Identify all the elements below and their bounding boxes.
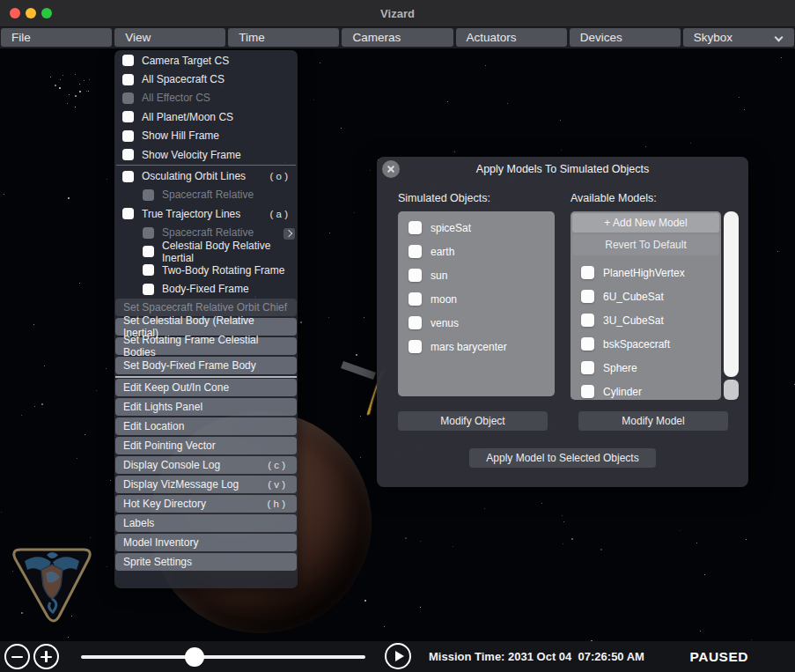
modify-object-button[interactable]: Modify Object bbox=[398, 411, 548, 431]
menu-skybox[interactable]: Skybox bbox=[683, 28, 794, 47]
list-item-sun[interactable]: sun bbox=[398, 263, 555, 287]
checkbox-icon[interactable] bbox=[409, 269, 422, 282]
menu-devices[interactable]: Devices bbox=[570, 28, 681, 47]
checkbox-icon[interactable] bbox=[409, 316, 422, 329]
menu-item-label: Set Rotating Frame Celestial Bodies bbox=[123, 334, 289, 358]
list-item-bskspacecraft[interactable]: bskSpacecraft bbox=[570, 332, 721, 356]
menu-item-display-vizmessage-log[interactable]: Display VizMessage Log( v ) bbox=[115, 476, 297, 493]
play-icon bbox=[395, 651, 404, 661]
dialog-title: Apply Models To Simulated Objects bbox=[377, 163, 748, 175]
menu-item-set-celestial-body-relative-inertial[interactable]: Set Celestial Body (Relative Inertial) bbox=[115, 318, 297, 336]
checkbox-icon bbox=[122, 208, 134, 219]
available-models-list: + Add New Model Revert To Default Planet… bbox=[570, 211, 721, 400]
menu-item-label: Camera Target CS bbox=[142, 55, 229, 67]
menu-item-two-body-rotating-frame[interactable]: Two-Body Rotating Frame bbox=[114, 261, 298, 279]
menu-item-sprite-settings[interactable]: Sprite Settings bbox=[115, 553, 297, 571]
apply-model-button[interactable]: Apply Model to Selected Objects bbox=[469, 448, 656, 468]
time-rate-slider[interactable] bbox=[81, 641, 365, 672]
menu-item-label: Edit Location bbox=[123, 420, 184, 432]
menu-time[interactable]: Time bbox=[228, 28, 339, 47]
menu-item-camera-target-cs[interactable]: Camera Target CS bbox=[114, 51, 298, 70]
menu-item-label: Show Hill Frame bbox=[142, 129, 219, 142]
checkbox-icon bbox=[143, 264, 154, 276]
menu-item-celestial-body-relative-inertial[interactable]: Celestial Body Relative Inertial bbox=[114, 242, 298, 261]
revert-to-default-button[interactable]: Revert To Default bbox=[572, 234, 719, 255]
add-new-model-button[interactable]: + Add New Model bbox=[572, 213, 719, 233]
menu-item-hot-key-directory[interactable]: Hot Key Directory( h ) bbox=[115, 495, 297, 513]
checkbox-icon bbox=[122, 74, 134, 85]
checkbox-icon[interactable] bbox=[409, 245, 422, 258]
zoom-in-button[interactable] bbox=[33, 644, 59, 669]
menu-item-model-inventory[interactable]: Model Inventory bbox=[115, 534, 297, 551]
checkbox-icon bbox=[122, 149, 134, 160]
shortcut-hint: ( a ) bbox=[270, 209, 298, 219]
slider-track[interactable] bbox=[81, 655, 365, 659]
checkbox-icon[interactable] bbox=[581, 266, 594, 279]
modify-model-button[interactable]: Modify Model bbox=[578, 411, 728, 431]
list-item-label: spiceSat bbox=[431, 222, 471, 234]
checkbox-icon[interactable] bbox=[581, 385, 594, 398]
menu-item-edit-location[interactable]: Edit Location bbox=[115, 417, 297, 435]
menu-item-osculating-orbit-lines[interactable]: Osculating Orbit Lines( o ) bbox=[114, 166, 298, 185]
menu-item-label: All Planet/Moon CS bbox=[142, 111, 233, 123]
menu-item-edit-pointing-vector[interactable]: Edit Pointing Vector bbox=[115, 437, 297, 454]
list-item-6u-cubesat[interactable]: 6U_CubeSat bbox=[570, 284, 721, 308]
menu-item-label: Edit Pointing Vector bbox=[123, 439, 216, 452]
list-item-label: earth bbox=[431, 246, 454, 258]
checkbox-icon[interactable] bbox=[581, 337, 594, 351]
menu-item-display-console-log[interactable]: Display Console Log( c ) bbox=[115, 456, 297, 474]
menu-item-edit-keep-out-in-cone[interactable]: Edit Keep Out/In Cone bbox=[115, 379, 297, 396]
list-item-label: bskSpacecraft bbox=[603, 338, 670, 351]
menu-item-set-body-fixed-frame-body[interactable]: Set Body-Fixed Frame Body bbox=[115, 357, 297, 374]
play-button[interactable] bbox=[385, 643, 411, 669]
checkbox-icon bbox=[122, 111, 134, 122]
list-item-planethighvertex[interactable]: PlanetHighVertex bbox=[570, 261, 721, 284]
list-item-3u-cubesat[interactable]: 3U_CubeSat bbox=[570, 308, 721, 332]
menu-item-label: Show Velocity Frame bbox=[142, 149, 241, 161]
checkbox-icon[interactable] bbox=[409, 340, 422, 353]
menu-file[interactable]: File bbox=[1, 28, 112, 47]
checkbox-icon[interactable] bbox=[581, 314, 594, 327]
menu-cameras[interactable]: Cameras bbox=[342, 28, 453, 47]
menu-item-edit-lights-panel[interactable]: Edit Lights Panel bbox=[115, 398, 297, 416]
menu-item-label: Spacecraft Relative bbox=[162, 188, 254, 201]
scrollbar-thumb[interactable] bbox=[724, 211, 739, 377]
checkbox-icon[interactable] bbox=[409, 221, 422, 234]
list-item-label: moon bbox=[431, 293, 457, 306]
shortcut-hint: ( c ) bbox=[268, 460, 289, 470]
menu-item-show-hill-frame[interactable]: Show Hill Frame bbox=[114, 127, 298, 145]
list-item-label: 3U_CubeSat bbox=[603, 314, 664, 327]
menu-item-show-velocity-frame[interactable]: Show Velocity Frame bbox=[114, 145, 298, 164]
scrollbar-end-cap[interactable] bbox=[724, 380, 739, 400]
list-item-mars-barycenter[interactable]: mars barycenter bbox=[398, 335, 555, 358]
list-item-earth[interactable]: earth bbox=[398, 240, 555, 263]
list-item-moon[interactable]: moon bbox=[398, 287, 555, 311]
menu-item-label: Set Body-Fixed Frame Body bbox=[123, 359, 256, 372]
menu-item-body-fixed-frame[interactable]: Body-Fixed Frame bbox=[114, 280, 298, 299]
checkbox-icon[interactable] bbox=[581, 361, 594, 374]
menu-view[interactable]: View bbox=[114, 28, 225, 47]
menu-item-true-trajectory-lines[interactable]: True Trajectory Lines( a ) bbox=[114, 204, 298, 223]
available-models-label: Available Models: bbox=[570, 192, 657, 204]
list-item-spicesat[interactable]: spiceSat bbox=[398, 216, 555, 240]
menu-item-all-spacecraft-cs[interactable]: All Spacecraft CS bbox=[114, 70, 298, 88]
menu-item-labels[interactable]: Labels bbox=[115, 514, 297, 532]
checkbox-icon[interactable] bbox=[409, 292, 422, 306]
menu-label: File bbox=[11, 31, 31, 44]
slider-thumb[interactable] bbox=[185, 647, 204, 667]
title-bar: Vizard bbox=[0, 0, 795, 27]
menu-label: Skybox bbox=[694, 31, 732, 44]
zoom-out-button[interactable] bbox=[4, 644, 30, 669]
space-viewport[interactable]: Camera Target CSAll Spacecraft CSAll Eff… bbox=[0, 48, 795, 641]
models-scrollbar[interactable] bbox=[724, 211, 739, 400]
checkbox-icon[interactable] bbox=[581, 290, 594, 303]
list-item-cylinder[interactable]: Cylinder bbox=[570, 380, 721, 403]
menu-item-label: Edit Keep Out/In Cone bbox=[123, 381, 229, 394]
menu-actuators[interactable]: Actuators bbox=[456, 28, 567, 47]
checkbox-icon bbox=[122, 171, 134, 182]
menu-item-all-planet-moon-cs[interactable]: All Planet/Moon CS bbox=[114, 107, 298, 126]
menu-item-set-rotating-frame-celestial-bodies[interactable]: Set Rotating Frame Celestial Bodies bbox=[115, 337, 297, 355]
menu-label: View bbox=[125, 31, 151, 44]
list-item-sphere[interactable]: Sphere bbox=[570, 356, 721, 380]
list-item-venus[interactable]: venus bbox=[398, 311, 555, 335]
